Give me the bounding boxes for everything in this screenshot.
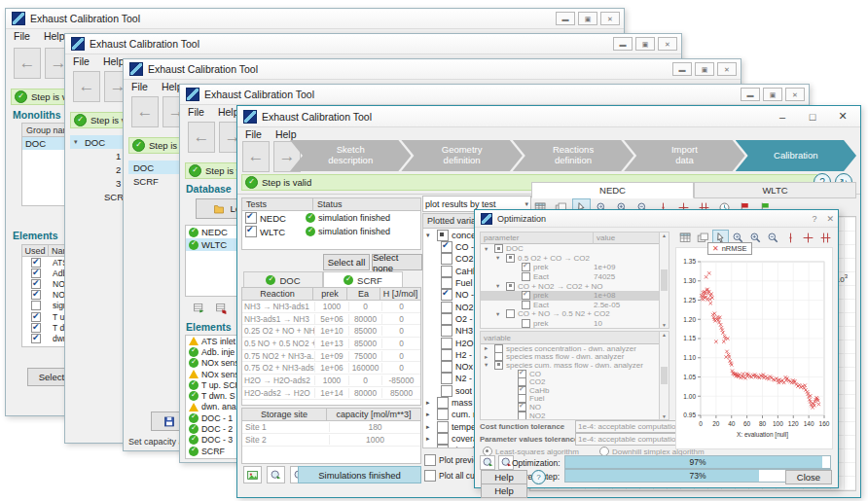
minimize-icon[interactable]: ▬ — [672, 62, 692, 76]
report-icon[interactable] — [243, 466, 262, 483]
param-tolerance-select[interactable]: 1e-4: acceptable computation time, accur… — [575, 433, 690, 446]
back-button[interactable]: ← — [14, 48, 41, 79]
menu-help[interactable]: Help — [103, 55, 125, 69]
wizard-step[interactable]: Sketchdescription — [290, 140, 411, 171]
close-icon[interactable]: ✕ — [600, 12, 620, 25]
reaction-row[interactable]: NH3-ads1 → NH3 5e+06 80000 0 — [242, 313, 420, 326]
parameter-row[interactable]: ▾CO + NO2 → CO2 + NO — [481, 281, 669, 291]
close-icon[interactable]: ✕ — [785, 88, 805, 101]
used-checkbox[interactable] — [31, 290, 41, 300]
scrollbar[interactable]: ▲▼ — [659, 332, 669, 419]
result-tab[interactable]: NEDC — [531, 182, 694, 198]
minimize-icon[interactable]: ▬ — [556, 12, 575, 25]
parameter-checkbox[interactable] — [506, 282, 515, 291]
test-row[interactable]: NEDCsimulation finished — [242, 211, 420, 225]
dialog-close-icon[interactable]: ✕ — [826, 214, 834, 224]
close-icon[interactable]: ✕ — [658, 37, 677, 51]
plot-all-checkbox[interactable] — [424, 470, 436, 482]
toolbar-icon[interactable] — [800, 230, 816, 245]
maximize-icon[interactable]: ▣ — [763, 88, 782, 101]
species-checkbox[interactable] — [441, 349, 452, 361]
simulations-finished-button[interactable]: Simulations finished — [298, 466, 421, 483]
used-checkbox[interactable] — [31, 258, 41, 268]
maximize-icon[interactable]: ▣ — [695, 62, 714, 76]
group-checkbox[interactable] — [437, 397, 449, 409]
menu-file[interactable]: File — [73, 55, 90, 69]
wizard-step[interactable]: Importdata — [624, 140, 744, 171]
parameter-row[interactable]: ▾DOC — [481, 244, 669, 254]
parameter-checkbox[interactable] — [522, 291, 530, 300]
toolbar-icon[interactable] — [817, 230, 834, 245]
used-checkbox[interactable] — [31, 279, 41, 289]
reaction-row[interactable]: H2O → H2O-ads2 1000 0 -85000 — [242, 375, 420, 387]
parameter-row[interactable]: prek 1e+09 — [481, 263, 669, 272]
back-button[interactable]: ← — [131, 96, 159, 127]
species-checkbox[interactable] — [441, 302, 452, 313]
variable-row[interactable]: CaHb — [481, 386, 669, 395]
back-button[interactable]: ← — [188, 122, 215, 153]
maximize-icon[interactable]: ▣ — [578, 12, 597, 25]
expander-icon[interactable]: ▸ — [426, 399, 434, 407]
species-checkbox[interactable] — [441, 313, 452, 325]
help-button[interactable]: Help — [481, 470, 527, 484]
species-checkbox[interactable] — [441, 277, 452, 289]
minimize-icon[interactable]: ▬ — [613, 37, 633, 51]
storage-row[interactable]: Site 1 180 — [242, 421, 420, 434]
toolbar-icon[interactable] — [677, 230, 694, 245]
scrollbar[interactable]: ▲▼ — [659, 233, 669, 328]
menu-help[interactable]: Help — [275, 128, 297, 142]
export-icon[interactable] — [267, 466, 285, 483]
used-checkbox[interactable] — [31, 301, 41, 310]
minimize-icon[interactable]: – — [769, 108, 796, 125]
menu-file[interactable]: File — [188, 106, 204, 120]
parameter-row[interactable]: ▾0.5 O2 + CO → CO2 — [481, 254, 669, 264]
menu-help[interactable]: Help — [44, 30, 65, 44]
parameter-row[interactable]: ▾CO + NO → 0.5 N2 + CO2 — [481, 309, 669, 319]
species-checkbox[interactable] — [441, 373, 452, 384]
parameter-checkbox[interactable] — [522, 301, 530, 309]
titlebar[interactable]: Exhaust Calibration Tool ▬▣✕ — [180, 85, 809, 105]
titlebar[interactable]: Exhaust Calibration Tool ▬▣✕ — [6, 9, 624, 29]
species-checkbox[interactable] — [441, 253, 452, 265]
species-checkbox[interactable] — [441, 266, 452, 277]
used-checkbox[interactable] — [31, 323, 41, 333]
maximize-icon[interactable]: □ — [799, 108, 826, 125]
species-checkbox[interactable] — [441, 289, 452, 301]
select-none-button[interactable]: Select none — [372, 254, 422, 270]
maximize-icon[interactable]: ▣ — [635, 37, 655, 51]
plot-previous-checkbox[interactable] — [424, 454, 436, 466]
variable-row[interactable]: NO — [481, 403, 669, 412]
select-all-button[interactable]: Select all — [323, 254, 370, 270]
reaction-row[interactable]: 0.5 NO + 0.5 NO2 +... 1e+13 85000 0 — [242, 338, 420, 350]
parameter-checkbox[interactable] — [494, 244, 503, 253]
menu-file[interactable]: File — [14, 30, 30, 44]
menu-file[interactable]: File — [245, 128, 262, 142]
toolbar-icon[interactable] — [782, 230, 799, 245]
run-icon[interactable] — [480, 455, 495, 470]
minimize-icon[interactable]: ▬ — [741, 88, 760, 101]
close-icon[interactable]: ✕ — [829, 108, 856, 125]
dialog-titlebar[interactable]: Optimization ? ✕ — [475, 210, 838, 228]
back-button[interactable]: ← — [73, 71, 100, 102]
expander-icon[interactable]: ▸ — [426, 435, 434, 443]
variable-checkbox[interactable] — [494, 361, 503, 370]
reaction-row[interactable]: 0.25 O2 + NO + NH... 1e+10 85000 0 — [242, 325, 420, 338]
expander-icon[interactable]: ▸ — [426, 423, 434, 431]
species-checkbox[interactable] — [441, 361, 452, 373]
titlebar[interactable]: Exhaust Calibration Tool ▬▣✕ — [124, 59, 741, 80]
group-checkbox[interactable] — [437, 433, 449, 445]
menu-file[interactable]: File — [131, 81, 148, 94]
reaction-row[interactable]: NH3 → NH3-ads1 1000 0 0 — [242, 301, 420, 313]
variable-row[interactable]: ▸species concentration - dwn. analyzer — [481, 344, 669, 353]
wizard-step[interactable]: Geometrydefinition — [401, 140, 522, 171]
parameter-row[interactable]: prek 1e+08 — [481, 291, 669, 301]
species-checkbox[interactable] — [441, 325, 452, 337]
variable-row[interactable]: CO2 — [481, 377, 669, 386]
species-checkbox[interactable] — [441, 385, 452, 397]
species-checkbox[interactable] — [441, 241, 452, 253]
titlebar[interactable]: Exhaust Calibration Tool –□✕ — [237, 106, 860, 127]
wizard-step[interactable]: Calibration — [736, 140, 856, 171]
result-tab[interactable]: WLTC — [694, 182, 856, 198]
expander-icon[interactable]: ▾ — [426, 232, 434, 239]
group-checkbox[interactable] — [437, 409, 449, 420]
